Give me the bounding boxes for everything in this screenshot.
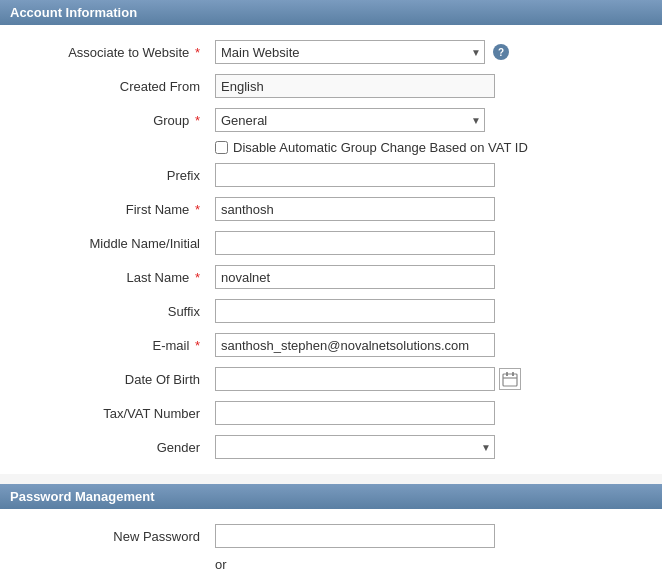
associate-website-help-icon[interactable]: ? (493, 44, 509, 60)
calendar-button[interactable] (499, 368, 521, 390)
new-password-row: New Password (15, 519, 647, 553)
auto-generated-password-row: Send Auto-Generated Password (15, 576, 647, 581)
calendar-icon (502, 371, 518, 387)
group-select[interactable]: General (215, 108, 485, 132)
email-input[interactable] (215, 333, 495, 357)
prefix-row: Prefix (15, 158, 647, 192)
associate-website-field: Main Website ▼ ? (215, 40, 647, 64)
suffix-row: Suffix (15, 294, 647, 328)
svg-rect-0 (503, 374, 517, 386)
dob-row: Date Of Birth (15, 362, 647, 396)
group-field: General ▼ (215, 108, 647, 132)
associate-website-select-wrapper: Main Website ▼ (215, 40, 485, 64)
suffix-label: Suffix (15, 304, 215, 319)
group-select-wrapper: General ▼ (215, 108, 485, 132)
email-required: * (195, 338, 200, 353)
last-name-field (215, 265, 647, 289)
last-name-required: * (195, 270, 200, 285)
tax-vat-label: Tax/VAT Number (15, 406, 215, 421)
gender-select-wrapper: ▼ (215, 435, 495, 459)
first-name-required: * (195, 202, 200, 217)
middle-name-label: Middle Name/Initial (15, 236, 215, 251)
gender-row: Gender ▼ (15, 430, 647, 464)
middle-name-input[interactable] (215, 231, 495, 255)
associate-website-row: Associate to Website * Main Website ▼ ? (15, 35, 647, 69)
account-information-section: Account Information Associate to Website… (0, 0, 662, 474)
tax-vat-row: Tax/VAT Number (15, 396, 647, 430)
or-text: or (15, 553, 647, 576)
email-label: E-mail * (15, 338, 215, 353)
suffix-input[interactable] (215, 299, 495, 323)
group-row: Group * General ▼ (15, 103, 647, 137)
email-field-container (215, 333, 647, 357)
group-label: Group * (15, 113, 215, 128)
disable-auto-group-checkbox[interactable] (215, 141, 228, 154)
first-name-field (215, 197, 647, 221)
account-section-header: Account Information (0, 0, 662, 25)
password-management-section: Password Management New Password or Send… (0, 484, 662, 581)
new-password-field (215, 524, 647, 548)
created-from-label: Created From (15, 79, 215, 94)
associate-website-select[interactable]: Main Website (215, 40, 485, 64)
first-name-row: First Name * (15, 192, 647, 226)
last-name-row: Last Name * (15, 260, 647, 294)
prefix-label: Prefix (15, 168, 215, 183)
svg-rect-2 (512, 372, 514, 376)
tax-vat-input[interactable] (215, 401, 495, 425)
gender-select[interactable] (215, 435, 495, 459)
prefix-field (215, 163, 647, 187)
svg-rect-1 (506, 372, 508, 376)
password-section-body: New Password or Send Auto-Generated Pass… (0, 509, 662, 581)
prefix-input[interactable] (215, 163, 495, 187)
created-from-input (215, 74, 495, 98)
disable-auto-group-row: Disable Automatic Group Change Based on … (15, 137, 647, 158)
dob-label: Date Of Birth (15, 372, 215, 387)
group-required: * (195, 113, 200, 128)
first-name-input[interactable] (215, 197, 495, 221)
email-row: E-mail * (15, 328, 647, 362)
password-section-header: Password Management (0, 484, 662, 509)
associate-website-required: * (195, 45, 200, 60)
account-section-body: Associate to Website * Main Website ▼ ? … (0, 25, 662, 474)
new-password-label: New Password (15, 529, 215, 544)
middle-name-field (215, 231, 647, 255)
tax-vat-field (215, 401, 647, 425)
gender-label: Gender (15, 440, 215, 455)
gender-field: ▼ (215, 435, 647, 459)
dob-input[interactable] (215, 367, 495, 391)
last-name-input[interactable] (215, 265, 495, 289)
dob-field (215, 367, 647, 391)
created-from-row: Created From (15, 69, 647, 103)
last-name-label: Last Name * (15, 270, 215, 285)
first-name-label: First Name * (15, 202, 215, 217)
suffix-field (215, 299, 647, 323)
associate-website-label: Associate to Website * (15, 45, 215, 60)
new-password-input[interactable] (215, 524, 495, 548)
middle-name-row: Middle Name/Initial (15, 226, 647, 260)
created-from-field (215, 74, 647, 98)
